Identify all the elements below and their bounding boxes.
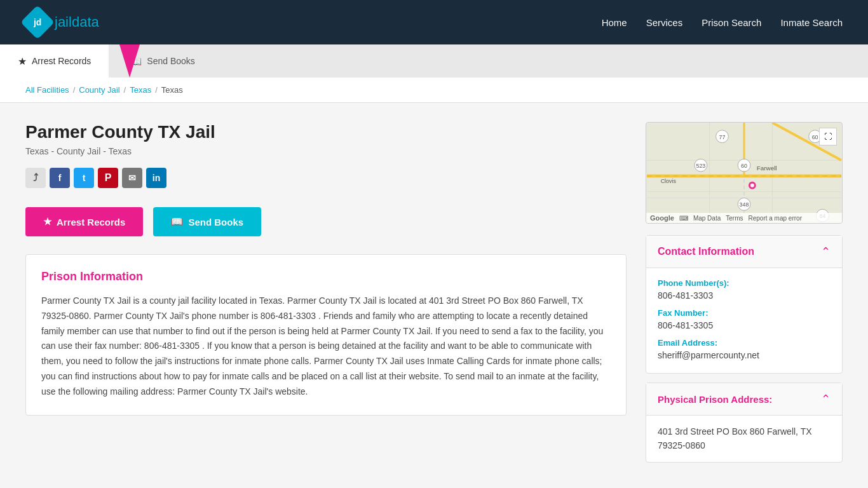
map-report[interactable]: Report a map error bbox=[748, 215, 801, 222]
map-keyboard-icon: ⌨ bbox=[679, 215, 688, 222]
svg-text:Clovis: Clovis bbox=[661, 178, 677, 184]
phone-label: Phone Number(s): bbox=[658, 278, 831, 288]
map-terms[interactable]: Terms bbox=[726, 215, 743, 222]
nav-inmate-search[interactable]: Inmate Search bbox=[780, 17, 843, 28]
svg-text:348: 348 bbox=[740, 201, 749, 208]
address-card: Physical Prison Address: ⌃ 401 3rd Stree… bbox=[646, 383, 843, 463]
phone-value: 806-481-3303 bbox=[658, 290, 831, 301]
arrest-records-button[interactable]: ★ Arrest Records bbox=[25, 207, 143, 236]
logo-text: jaildata bbox=[55, 14, 99, 30]
address-body: 401 3rd Street PO Box 860 Farwell, TX 79… bbox=[646, 416, 842, 462]
breadcrumb-all-facilities[interactable]: All Facilities bbox=[25, 85, 69, 95]
svg-text:77: 77 bbox=[719, 134, 726, 140]
fax-value: 806-481-3305 bbox=[658, 320, 831, 330]
nav-home[interactable]: Home bbox=[602, 17, 627, 28]
google-logo: Google bbox=[650, 214, 674, 222]
prison-info-title: Prison Information bbox=[41, 270, 611, 283]
prison-description: Parmer County TX Jail is a county jail f… bbox=[41, 294, 611, 400]
logo-icon: jd bbox=[20, 5, 55, 39]
address-line2: 79325-0860 bbox=[658, 440, 705, 451]
left-column: Parmer County TX Jail Texas - County Jai… bbox=[25, 122, 627, 463]
social-share-bar: ⤴ f t P ✉ in bbox=[25, 168, 627, 188]
linkedin-button[interactable]: in bbox=[146, 168, 166, 188]
send-books-button[interactable]: 📖 Send Books bbox=[153, 207, 261, 236]
breadcrumb-current: Texas bbox=[161, 85, 183, 95]
tab-bar: ★ Arrest Records 📖 Send Books bbox=[0, 44, 868, 78]
contact-chevron-icon: ⌃ bbox=[821, 245, 831, 259]
svg-point-26 bbox=[750, 184, 754, 187]
book-icon: 📖 bbox=[171, 216, 183, 227]
svg-text:60: 60 bbox=[741, 163, 747, 169]
right-column: Farwell Clovis 77 60 523 60 348 84 bbox=[646, 122, 843, 463]
tab-arrest-records-label: Arrest Records bbox=[32, 56, 91, 66]
twitter-button[interactable]: t bbox=[74, 168, 94, 188]
share-button[interactable]: ⤴ bbox=[25, 168, 46, 188]
contact-card-header[interactable]: Contact Information ⌃ bbox=[646, 236, 842, 268]
header: jd jaildata Home Services Prison Search … bbox=[0, 0, 868, 44]
send-books-button-label: Send Books bbox=[188, 217, 243, 227]
star-icon: ★ bbox=[18, 55, 27, 67]
nav-prison-search[interactable]: Prison Search bbox=[702, 17, 761, 28]
page-subtitle: Texas - County Jail - Texas bbox=[25, 146, 627, 156]
email-label: Email Address: bbox=[658, 338, 831, 348]
star-icon: ★ bbox=[43, 216, 51, 227]
main-content: Parmer County TX Jail Texas - County Jai… bbox=[0, 103, 868, 482]
nav-services[interactable]: Services bbox=[646, 17, 683, 28]
arrest-records-button-label: Arrest Records bbox=[57, 217, 125, 227]
svg-text:Farwell: Farwell bbox=[757, 165, 777, 172]
address-chevron-icon: ⌃ bbox=[821, 392, 831, 406]
facebook-button[interactable]: f bbox=[50, 168, 70, 188]
logo[interactable]: jd jaildata bbox=[25, 10, 99, 34]
contact-card: Contact Information ⌃ Phone Number(s): 8… bbox=[646, 235, 843, 374]
tab-arrest-records[interactable]: ★ Arrest Records bbox=[0, 44, 109, 78]
main-nav: Home Services Prison Search Inmate Searc… bbox=[602, 17, 843, 28]
svg-text:523: 523 bbox=[696, 163, 705, 169]
contact-card-body: Phone Number(s): 806-481-3303 Fax Number… bbox=[646, 268, 842, 373]
address-line1: 401 3rd Street PO Box 860 Farwell, TX bbox=[658, 426, 812, 437]
fax-label: Fax Number: bbox=[658, 308, 831, 318]
map-data-label: Map Data bbox=[693, 215, 721, 222]
book-icon: 📖 bbox=[129, 55, 142, 67]
address-card-header[interactable]: Physical Prison Address: ⌃ bbox=[646, 383, 842, 416]
map-svg: Farwell Clovis 77 60 523 60 348 84 bbox=[646, 123, 842, 223]
svg-text:60: 60 bbox=[812, 134, 818, 140]
map-footer: Google ⌨ Map Data Terms Report a map err… bbox=[646, 213, 842, 223]
prison-info-section: Prison Information Parmer County TX Jail… bbox=[25, 254, 627, 416]
pinterest-button[interactable]: P bbox=[98, 168, 118, 188]
address-card-title: Physical Prison Address: bbox=[658, 394, 772, 405]
tab-send-books-label: Send Books bbox=[147, 56, 195, 66]
breadcrumb-texas-link[interactable]: Texas bbox=[130, 85, 151, 95]
page-title: Parmer County TX Jail bbox=[25, 122, 627, 142]
email-value[interactable]: sheriff@parmercounty.net bbox=[658, 350, 831, 360]
tab-send-books[interactable]: 📖 Send Books bbox=[111, 44, 213, 78]
breadcrumb-county-jail[interactable]: County Jail bbox=[79, 85, 119, 95]
action-buttons: ★ Arrest Records 📖 Send Books bbox=[25, 207, 627, 236]
breadcrumb: All Facilities / County Jail / Texas / T… bbox=[0, 78, 868, 103]
email-button[interactable]: ✉ bbox=[122, 168, 142, 188]
map-container: Farwell Clovis 77 60 523 60 348 84 bbox=[646, 122, 843, 224]
contact-card-title: Contact Information bbox=[658, 246, 754, 257]
map-expand-button[interactable]: ⛶ bbox=[819, 128, 837, 146]
